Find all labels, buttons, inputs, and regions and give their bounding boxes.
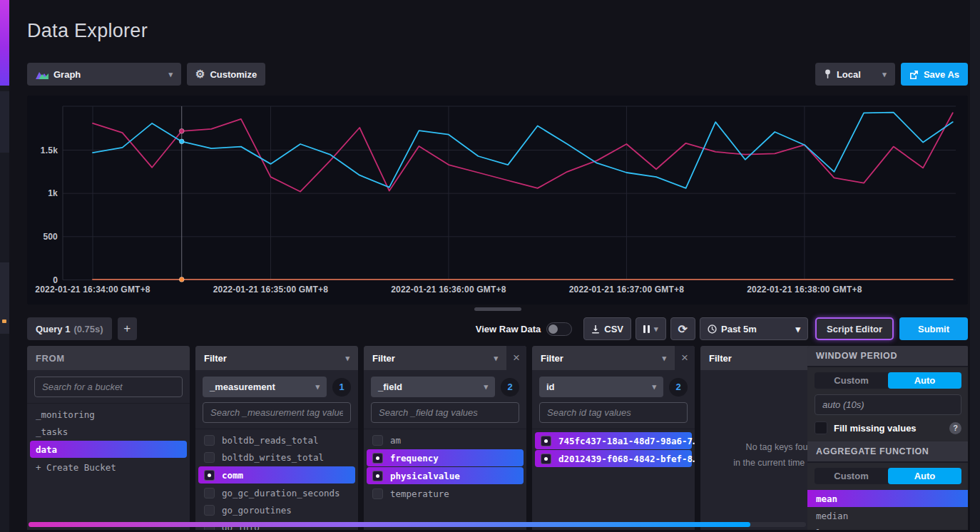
filter-card: Filter▾×_field▾2amfrequencyphysicalvalue… (364, 346, 526, 530)
filter-card-header: Filter▾× (532, 346, 695, 370)
tag-value-label: boltdb_writes_total (222, 452, 324, 463)
view-type-dropdown[interactable]: Graph ▾ (27, 63, 181, 86)
filter-card-title: Filter (709, 353, 732, 364)
bucket-item[interactable]: _tasks (27, 423, 190, 440)
tag-key-dropdown[interactable]: _measurement▾ (203, 377, 327, 397)
export-icon (909, 70, 919, 79)
tag-value-row[interactable]: boltdb_reads_total (195, 431, 358, 449)
filter-card-title: Filter (204, 353, 227, 364)
tag-value-row[interactable]: boltdb_writes_total (195, 449, 358, 466)
tag-value-search-input[interactable] (371, 402, 519, 423)
tag-key-dropdown[interactable]: id▾ (539, 377, 663, 397)
aggregate-auto-option[interactable]: Auto (888, 468, 961, 484)
selected-count-badge: 2 (501, 378, 519, 397)
add-query-button[interactable]: + (118, 317, 137, 340)
y-axis-tick: 500 (43, 232, 58, 242)
tag-value-row[interactable]: comm (198, 466, 355, 484)
tag-value-row[interactable]: go_gc_duration_seconds (195, 484, 358, 501)
x-axis-tick: 2022-01-21 16:38:00 GMT+8 (747, 285, 862, 295)
function-item[interactable]: median (807, 507, 968, 524)
aggregate-function-list: meanmedianlast (807, 488, 968, 530)
selected-count-badge: 2 (669, 378, 688, 397)
builder-horizontal-scrollbar[interactable] (29, 522, 806, 527)
pause-refresh-dropdown[interactable]: ▾ (636, 317, 666, 340)
fill-missing-values-checkbox[interactable] (815, 421, 827, 434)
from-card-header: FROM (27, 346, 190, 370)
refresh-button[interactable]: ⟳ (670, 317, 695, 340)
close-icon[interactable]: × (675, 346, 695, 370)
nav-rail-item (0, 262, 9, 334)
filter-card-title-bar[interactable]: Filter▾ (364, 346, 506, 370)
checkbox-checked-icon (372, 453, 383, 464)
tag-key-row: _field▾2 (371, 377, 519, 397)
chart-panel[interactable]: 05001k1.5k2022-01-21 16:34:00 GMT+82022-… (27, 96, 968, 305)
customize-button[interactable]: ⚙ Customize (187, 63, 265, 86)
tag-value-search-input[interactable] (539, 402, 688, 423)
view-raw-data-label: View Raw Data (476, 324, 541, 334)
tag-value-label: frequency (390, 453, 439, 464)
script-editor-button[interactable]: Script Editor (815, 317, 894, 340)
query-tab-1[interactable]: Query 1 (0.75s) (27, 317, 112, 340)
tag-value-row[interactable]: frequency (367, 449, 524, 466)
checkbox-icon (204, 488, 215, 498)
filter-card-title-bar[interactable]: Filter▾ (195, 346, 358, 370)
panel-divider (27, 307, 968, 312)
window-period-title: WINDOW PERIOD (807, 346, 968, 367)
resize-handle[interactable] (474, 307, 521, 311)
aggregate-custom-option[interactable]: Custom (815, 468, 888, 484)
tag-key-label: _measurement (210, 382, 275, 392)
tag-key-dropdown[interactable]: _field▾ (371, 377, 495, 397)
window-period-input[interactable] (815, 394, 961, 415)
close-icon[interactable]: × (506, 346, 526, 370)
tag-value-label: temperature (390, 488, 449, 499)
tag-value-list: 745fc437-18a1-48d7-98a6-7…d2012439-f068-… (532, 429, 695, 467)
tag-value-label: comm (222, 470, 243, 481)
graph-icon (36, 70, 49, 79)
pause-icon (643, 325, 650, 333)
function-item[interactable]: mean (807, 490, 968, 507)
checkbox-checked-icon (372, 471, 383, 481)
nav-rail[interactable] (0, 0, 9, 532)
bucket-search-input[interactable] (34, 377, 183, 397)
download-icon (591, 324, 600, 334)
create-bucket-button[interactable]: + Create Bucket (27, 459, 190, 476)
tag-value-row[interactable]: go_goroutines (195, 501, 358, 518)
submit-button[interactable]: Submit (899, 317, 968, 340)
chevron-down-icon: ▾ (484, 382, 488, 392)
from-bucket-card: FROM _monitoring_tasksdata+ Create Bucke… (27, 346, 190, 530)
aggregate-mode-toggle: Custom Auto (815, 468, 961, 484)
y-axis-tick: 0 (53, 275, 58, 285)
tag-value-row[interactable]: d2012439-f068-4842-bfef-8… (535, 450, 692, 467)
variables-scope-dropdown[interactable]: Local ▾ (815, 63, 895, 86)
help-icon[interactable]: ? (949, 422, 961, 434)
function-item[interactable]: last (807, 524, 968, 530)
filter-card-title: Filter (541, 353, 563, 364)
save-as-button[interactable]: Save As (901, 63, 968, 86)
tag-value-search-input[interactable] (203, 402, 351, 423)
bucket-item[interactable]: data (30, 441, 187, 458)
bucket-item[interactable]: _monitoring (27, 406, 190, 423)
gear-icon: ⚙ (195, 68, 205, 81)
csv-download-button[interactable]: CSV (583, 317, 631, 340)
tag-value-list: amfrequencyphysicalvaluetemperature (364, 429, 526, 502)
tag-value-row[interactable]: physicalvalue (367, 467, 524, 484)
hover-point (179, 128, 184, 133)
tag-value-row[interactable]: temperature (364, 485, 526, 502)
window-custom-option[interactable]: Custom (815, 372, 888, 389)
chevron-down-icon: ▾ (662, 354, 666, 363)
scrollbar-thumb[interactable] (29, 522, 750, 527)
filter-card-title-bar[interactable]: Filter▾ (532, 346, 675, 370)
page-scrollbar-track[interactable] (970, 0, 980, 532)
time-range-dropdown[interactable]: Past 5m ▾ (700, 317, 808, 340)
window-auto-option[interactable]: Auto (888, 372, 961, 389)
time-series-chart[interactable]: 05001k1.5k2022-01-21 16:34:00 GMT+82022-… (27, 96, 969, 305)
x-axis-tick: 2022-01-21 16:35:00 GMT+8 (213, 285, 329, 295)
y-axis-tick: 1.5k (41, 145, 58, 155)
tag-value-label: physicalvalue (390, 471, 460, 481)
checkbox-icon (372, 435, 383, 446)
query-builder: FROM _monitoring_tasksdata+ Create Bucke… (27, 346, 968, 530)
tag-value-row[interactable]: 745fc437-18a1-48d7-98a6-7… (535, 432, 692, 449)
tag-value-row[interactable]: am (364, 431, 526, 449)
view-raw-data-toggle[interactable] (546, 322, 572, 336)
nav-rail-item (0, 91, 9, 153)
